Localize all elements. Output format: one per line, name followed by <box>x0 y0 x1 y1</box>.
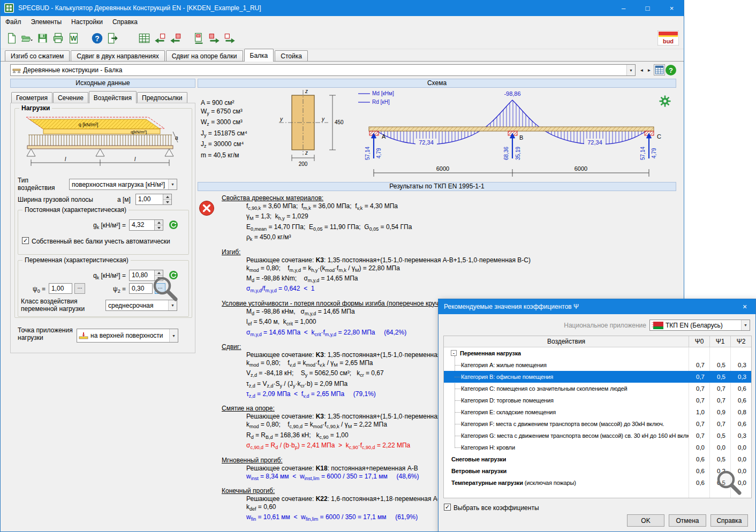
psi2-input[interactable]: 0,30 <box>129 283 153 294</box>
belarus-flag-icon <box>652 322 663 329</box>
open-project-icon[interactable] <box>20 31 34 45</box>
psi0-label: ψ0 = <box>27 285 46 295</box>
calculator-button[interactable] <box>654 64 665 75</box>
menu-item-2[interactable]: Элементы <box>26 17 67 27</box>
psi-table-row[interactable]: Категория E: складские помещения1,00,90,… <box>444 406 751 418</box>
psi-table-row[interactable]: Категория B: офисные помещения0,70,50,3 <box>444 371 751 383</box>
minimize-button[interactable]: – <box>611 0 636 16</box>
psi-table-row[interactable]: Категория C: помещения со значительным с… <box>444 383 751 394</box>
export-word-icon[interactable]: W <box>66 31 81 45</box>
spin-down-button[interactable] <box>155 225 163 230</box>
menu-item-1[interactable]: Файл <box>1 17 26 27</box>
close-button[interactable]: × <box>660 0 684 16</box>
span2-label: l <box>134 156 136 162</box>
row-label: Переменная нагрузка <box>460 350 521 356</box>
load-point-select[interactable]: на верхней поверхности ▼ <box>77 329 178 343</box>
load-type-select[interactable]: поверхностная нагрузка [кН/м²] ▼ <box>69 179 177 190</box>
self-weight-checkbox[interactable]: ✓ <box>22 237 29 244</box>
help-icon[interactable]: ? <box>90 31 104 45</box>
input-tab-2[interactable]: Сечение <box>53 92 88 103</box>
select-all-label: Выбрать все коэффициенты <box>453 504 539 512</box>
col-header-psi2: Ψ2 <box>730 336 751 347</box>
load-point-value: на верхней поверхности <box>88 332 169 339</box>
ok-button[interactable]: OK <box>627 514 664 527</box>
prev-module-button[interactable]: ◄ <box>638 66 645 74</box>
result-line: E0,mean = 14,70 ГПа; E0,05 = 11,90 ГПа; … <box>246 223 531 233</box>
psi-table: Воздействия Ψ0 Ψ1 Ψ2 -Переменная нагрузк… <box>443 336 752 498</box>
dialog-close-button[interactable]: × <box>734 299 755 314</box>
psi-table-row[interactable]: -Переменная нагрузка <box>444 347 751 359</box>
specbud-logo-icon: bud <box>657 31 679 45</box>
module-tab-2[interactable]: Сдвиг в двух направлениях <box>71 50 164 61</box>
spin-up-button[interactable] <box>163 194 171 200</box>
maximize-button[interactable]: □ <box>636 0 660 16</box>
help-button[interactable]: ? <box>666 65 676 75</box>
height-dimension: 450 <box>335 119 344 125</box>
psi-table-row[interactable]: Категория F: места с движением транспорт… <box>444 418 751 430</box>
psi-table-row[interactable]: Категория H: кровли0,00,00,0 <box>444 442 751 453</box>
psi0-input[interactable]: 1,00 <box>49 283 72 294</box>
action-class-label: Класс воздействия переменной нагрузки <box>21 298 99 313</box>
line-load-label: q[kN/m²] <box>131 130 147 134</box>
psi0-more-button[interactable]: ... <box>74 283 85 294</box>
psi-table-row[interactable]: Снеговые нагрузки0,60,50,0 <box>444 453 751 465</box>
svg-text:?: ? <box>95 35 99 43</box>
dropdown-arrow-icon[interactable]: ▼ <box>741 320 750 330</box>
copy-element-left-icon[interactable] <box>153 31 167 45</box>
select-all-checkbox[interactable]: ✓ <box>444 504 451 511</box>
national-annex-select[interactable]: ТКП EN (Беларусь) ▼ <box>649 320 750 331</box>
calc-gk-button[interactable] <box>169 220 178 230</box>
spin-down-button[interactable] <box>163 200 171 204</box>
input-tab-3[interactable]: Воздействия <box>89 91 137 103</box>
value-psi0: 0,6 <box>689 468 709 474</box>
row-label: Температурные нагрузки (исключая пожары) <box>451 480 576 486</box>
value-psi2: 0,6 <box>730 421 751 427</box>
dropdown-arrow-icon[interactable]: ▼ <box>626 65 635 75</box>
toolbar-separator <box>81 32 89 45</box>
settings-gear-icon[interactable] <box>659 95 671 107</box>
module-selector[interactable]: Деревянные конструкции - Балка ▼ <box>10 64 636 76</box>
module-tab-bar: Изгиб со сжатиемСдвиг в двух направления… <box>1 49 684 62</box>
strip-width-input[interactable]: 1,00 <box>135 194 172 205</box>
toolbar-separator <box>183 32 191 45</box>
gk-input[interactable]: 4,32 <box>129 219 163 231</box>
psi-table-header: Воздействия Ψ0 Ψ1 Ψ2 <box>444 336 751 347</box>
module-tab-3[interactable]: Сдвиг на опоре балки <box>166 50 243 61</box>
element-page-icon[interactable] <box>192 31 206 45</box>
dropdown-arrow-icon[interactable]: ▼ <box>169 329 178 342</box>
module-tab-4[interactable]: Балка <box>244 49 274 62</box>
input-tab-bar: ГеометрияСечениеВоздействияПредпосылки <box>11 91 188 103</box>
psi-table-row[interactable]: Категория A: жилые помещения0,70,50,3 <box>444 359 751 371</box>
next-module-button[interactable]: ► <box>646 66 653 74</box>
insert-element-right-icon[interactable] <box>207 31 222 45</box>
psi-table-row[interactable]: Категория D: торговые помещения0,70,70,6 <box>444 394 751 406</box>
spin-up-button[interactable] <box>155 220 163 225</box>
input-tab-1[interactable]: Геометрия <box>11 92 52 103</box>
dialog-help-button[interactable]: Справка <box>710 514 748 527</box>
new-document-icon[interactable] <box>4 31 19 45</box>
print-icon[interactable] <box>51 31 65 45</box>
row-label: Категория B: офисные помещения <box>461 374 553 380</box>
psi-table-row[interactable]: Температурные нагрузки (исключая пожары)… <box>444 477 751 489</box>
module-tab-1[interactable]: Изгиб со сжатием <box>5 50 70 61</box>
save-icon[interactable] <box>35 31 50 45</box>
dropdown-arrow-icon[interactable]: ▼ <box>168 179 177 189</box>
gk-value: 4,32 <box>130 220 154 230</box>
copy-element-right-icon[interactable] <box>223 31 237 45</box>
collapse-icon[interactable]: - <box>451 350 457 356</box>
input-tab-4[interactable]: Предпосылки <box>137 92 187 103</box>
cancel-button[interactable]: Отмена <box>669 514 706 527</box>
menu-item-3[interactable]: Настройки <box>66 17 108 27</box>
insert-element-left-icon[interactable] <box>168 31 183 45</box>
module-tab-5[interactable]: Стойка <box>275 50 308 61</box>
psi-table-row[interactable]: Категория G: места с движением транспорт… <box>444 430 751 442</box>
value-psi0: 0,6 <box>689 456 709 462</box>
value-psi0: 0,7 <box>689 397 709 404</box>
exit-icon[interactable] <box>105 31 120 45</box>
menu-item-4[interactable]: Справка <box>108 17 142 27</box>
row-label: Снеговые нагрузки <box>451 456 506 462</box>
elements-table-icon[interactable] <box>137 31 152 45</box>
psi-table-row[interactable]: Ветровые нагрузки0,60,20,0 <box>444 465 751 477</box>
value-psi1: 0,0 <box>709 444 730 451</box>
row-label-cell: Категория A: жилые помещения <box>444 359 689 371</box>
